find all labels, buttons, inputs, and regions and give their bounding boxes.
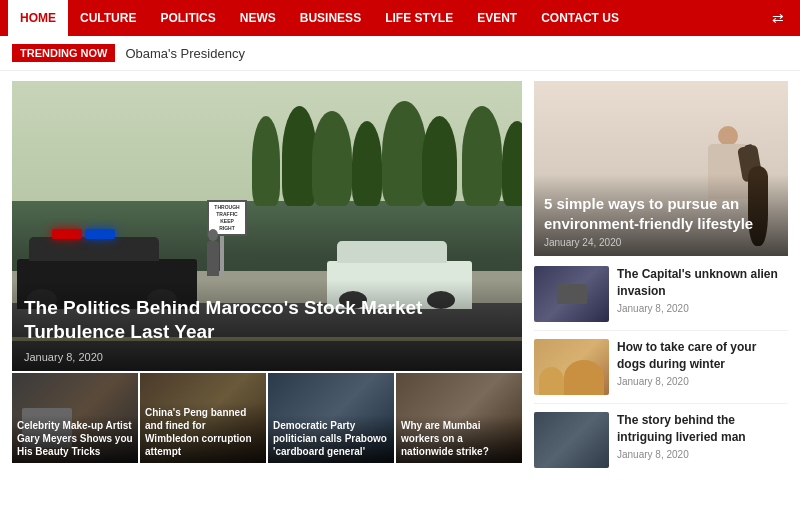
thumb-item-2[interactable]: China's Peng banned and fined for Wimble… xyxy=(140,373,266,463)
side-title-1: The Capital's unknown alien invasion xyxy=(617,266,788,300)
side-thumb-1 xyxy=(534,266,609,322)
trending-text[interactable]: Obama's Presidency xyxy=(125,46,245,61)
nav-event[interactable]: EVENT xyxy=(465,0,529,36)
side-thumb-3 xyxy=(534,412,609,468)
side-info-3: The story behind the intriguing liveried… xyxy=(617,412,788,468)
thumb-overlay-1: Celebrity Make-up Artist Gary Meyers Sho… xyxy=(12,415,138,463)
thumb-title-3: Democratic Party politician calls Prabow… xyxy=(273,419,389,458)
shuffle-icon[interactable]: ⇄ xyxy=(764,10,792,26)
hero-date: January 8, 2020 xyxy=(24,351,510,363)
thumb-title-4: Why are Mumbai workers on a nationwide s… xyxy=(401,419,517,458)
thumb-item-4[interactable]: Why are Mumbai workers on a nationwide s… xyxy=(396,373,522,463)
thumb-title-2: China's Peng banned and fined for Wimble… xyxy=(145,406,261,458)
side-item-3[interactable]: The story behind the intriguing liveried… xyxy=(534,412,788,476)
thumb-item-3[interactable]: Democratic Party politician calls Prabow… xyxy=(268,373,394,463)
nav-culture[interactable]: CULTURE xyxy=(68,0,148,36)
hero-article[interactable]: THROUGHTRAFFICKEEPRIGHT xyxy=(12,81,522,371)
hero-title: The Politics Behind Marocco's Stock Mark… xyxy=(24,296,510,345)
side-item-1[interactable]: The Capital's unknown alien invasion Jan… xyxy=(534,266,788,331)
trending-bar: TRENDING NOW Obama's Presidency xyxy=(0,36,800,71)
hero-overlay: The Politics Behind Marocco's Stock Mark… xyxy=(12,280,522,371)
left-column: THROUGHTRAFFICKEEPRIGHT xyxy=(12,81,522,484)
featured-title: 5 simple ways to pursue an environment-f… xyxy=(544,194,778,233)
main-nav: HOME CULTURE POLITICS NEWS BUSINESS LIFE… xyxy=(0,0,800,36)
side-date-2: January 8, 2020 xyxy=(617,376,788,387)
nav-news[interactable]: NEWS xyxy=(228,0,288,36)
side-thumb-2 xyxy=(534,339,609,395)
main-layout: THROUGHTRAFFICKEEPRIGHT xyxy=(0,71,800,494)
nav-business[interactable]: BUSINESS xyxy=(288,0,373,36)
featured-overlay: 5 simple ways to pursue an environment-f… xyxy=(534,174,788,256)
trending-label: TRENDING NOW xyxy=(12,44,115,62)
side-info-1: The Capital's unknown alien invasion Jan… xyxy=(617,266,788,322)
featured-date: January 24, 2020 xyxy=(544,237,778,248)
side-title-2: How to take care of your dogs during win… xyxy=(617,339,788,373)
nav-home[interactable]: HOME xyxy=(8,0,68,36)
nav-contact[interactable]: CONTACT US xyxy=(529,0,631,36)
side-date-3: January 8, 2020 xyxy=(617,449,788,460)
side-title-3: The story behind the intriguing liveried… xyxy=(617,412,788,446)
thumb-item-1[interactable]: Celebrity Make-up Artist Gary Meyers Sho… xyxy=(12,373,138,463)
thumb-title-1: Celebrity Make-up Artist Gary Meyers Sho… xyxy=(17,419,133,458)
thumb-overlay-3: Democratic Party politician calls Prabow… xyxy=(268,415,394,463)
side-item-2[interactable]: How to take care of your dogs during win… xyxy=(534,339,788,404)
nav-lifestyle[interactable]: LIFE STYLE xyxy=(373,0,465,36)
nav-politics[interactable]: POLITICS xyxy=(148,0,227,36)
side-info-2: How to take care of your dogs during win… xyxy=(617,339,788,395)
side-date-1: January 8, 2020 xyxy=(617,303,788,314)
thumb-overlay-4: Why are Mumbai workers on a nationwide s… xyxy=(396,415,522,463)
thumbnail-row: Celebrity Make-up Artist Gary Meyers Sho… xyxy=(12,373,522,463)
thumb-overlay-2: China's Peng banned and fined for Wimble… xyxy=(140,402,266,463)
right-column: 5 simple ways to pursue an environment-f… xyxy=(534,81,788,484)
featured-card[interactable]: 5 simple ways to pursue an environment-f… xyxy=(534,81,788,256)
